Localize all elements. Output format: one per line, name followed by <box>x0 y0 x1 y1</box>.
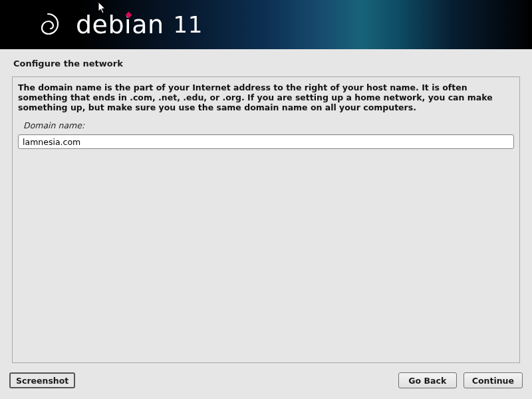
brand-dot-icon <box>126 12 132 19</box>
main-panel: The domain name is the part of your Inte… <box>12 76 520 363</box>
domain-name-input[interactable] <box>18 134 514 149</box>
nav-buttons: Go Back Continue <box>398 372 523 388</box>
content-area: Configure the network The domain name is… <box>0 49 532 370</box>
description-text: The domain name is the part of your Inte… <box>18 82 514 112</box>
debian-swirl-logo <box>33 10 63 39</box>
brand-text: debian 11 <box>76 10 203 39</box>
button-bar: Screenshot Go Back Continue <box>0 370 532 399</box>
go-back-button[interactable]: Go Back <box>398 372 457 388</box>
domain-name-label: Domain name: <box>23 120 514 130</box>
continue-button[interactable]: Continue <box>464 372 523 388</box>
section-title: Configure the network <box>12 59 520 68</box>
brand-name: debian <box>76 10 164 39</box>
installer-header: debian 11 <box>0 0 532 49</box>
screenshot-button[interactable]: Screenshot <box>9 372 75 388</box>
brand-version: 11 <box>174 11 203 38</box>
